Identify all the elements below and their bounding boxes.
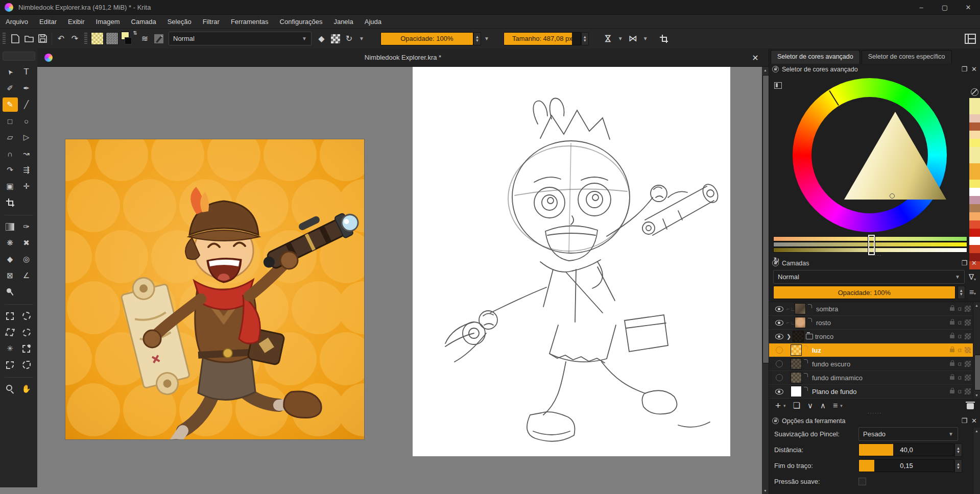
menu-configuracoes[interactable]: Configurações	[274, 16, 328, 28]
history-color-swatch[interactable]	[969, 147, 980, 155]
tool-contiguous-selection[interactable]: ✳	[3, 341, 18, 356]
history-color-swatch[interactable]	[969, 131, 980, 139]
delete-layer-button[interactable]	[967, 402, 974, 409]
chevron-down-icon[interactable]: ▾	[840, 403, 843, 408]
docker-resize-handle[interactable]: ······	[769, 411, 980, 415]
tool-edit-shapes[interactable]: ✐	[3, 81, 18, 95]
layer-properties-button[interactable]: ≡	[833, 401, 838, 410]
layer-row-fundo-escuro[interactable]: fundo escuro α	[769, 357, 980, 371]
layer-thumbnail[interactable]	[795, 303, 806, 314]
alpha-icon[interactable]: α	[958, 361, 962, 366]
tab-specific-color-selector[interactable]: Seletor de cores específico	[862, 50, 952, 64]
tool-elliptical-selection[interactable]	[19, 309, 34, 323]
tool-freehand-selection[interactable]	[19, 325, 34, 339]
selector-settings-icon[interactable]	[774, 82, 782, 89]
inherit-alpha-icon[interactable]	[965, 319, 971, 326]
maximize-button[interactable]: ▢	[933, 0, 957, 14]
smoothing-select[interactable]: Pesado ▼	[858, 427, 958, 441]
tool-crop[interactable]	[3, 195, 18, 210]
float-docker-icon[interactable]: ❐	[961, 260, 967, 267]
history-color-swatch[interactable]	[969, 237, 980, 245]
docker-lock-icon[interactable]	[772, 260, 779, 266]
visibility-off-icon[interactable]	[776, 360, 783, 367]
scroll-down-icon[interactable]: ▼	[973, 392, 980, 399]
chevron-down-icon[interactable]: ▼	[640, 36, 651, 41]
tool-polygonal-selection[interactable]	[3, 325, 18, 339]
visibility-on-icon[interactable]	[775, 334, 783, 339]
lock-icon[interactable]	[950, 362, 954, 366]
tool-text[interactable]: T	[19, 65, 34, 79]
close-button[interactable]: ✕	[957, 0, 980, 14]
tool-freehand-path[interactable]: ↝	[19, 146, 34, 161]
layer-row-tronco[interactable]: ❯ tronco α	[769, 330, 980, 343]
inherit-alpha-icon[interactable]	[965, 388, 971, 394]
layer-list-scrollbar[interactable]: ▲ ▼	[973, 302, 980, 399]
chevron-down-icon[interactable]: ▼	[356, 36, 367, 41]
menu-filtrar[interactable]: Filtrar	[197, 16, 225, 28]
docker-lock-icon[interactable]	[772, 417, 779, 424]
gradient-chooser-button[interactable]	[91, 32, 104, 45]
alpha-icon[interactable]: α	[958, 306, 962, 311]
tool-select-shapes[interactable]: ➤	[3, 65, 18, 79]
inherit-alpha-icon[interactable]	[965, 306, 971, 312]
lock-icon[interactable]	[950, 390, 954, 393]
brush-size-slider[interactable]: Tamanho: 487,08 px	[504, 32, 581, 45]
tool-polyline[interactable]: ▷	[19, 130, 34, 144]
history-color-swatch[interactable]	[969, 171, 980, 180]
menu-ajuda[interactable]: Ajuda	[359, 16, 387, 28]
float-docker-icon[interactable]: ❐	[961, 417, 967, 425]
layer-row-sombra[interactable]: ⌐∟ sombra α	[769, 302, 980, 316]
tool-bezier-curve[interactable]: ∩	[3, 146, 18, 161]
tool-rectangular-selection[interactable]	[3, 309, 18, 323]
menu-camada[interactable]: Camada	[126, 16, 162, 28]
add-layer-button[interactable]: +	[775, 401, 781, 410]
foreground-background-colors[interactable]: ⇅	[121, 32, 136, 45]
layer-blending-mode-select[interactable]: Normal ▼	[773, 270, 965, 284]
mirror-horizontal-button[interactable]: ⋈	[601, 32, 615, 45]
duplicate-layer-button[interactable]: ❏	[793, 401, 800, 410]
layer-thumbnail[interactable]	[795, 317, 806, 328]
drawing-canvas[interactable]	[413, 67, 730, 456]
layer-row-fundo-dimnamico[interactable]: fundo dimnamico α	[769, 371, 980, 385]
tool-options-scrollbar[interactable]: ▲	[973, 428, 980, 494]
tool-calligraphy[interactable]: ✒	[19, 81, 34, 95]
lock-icon[interactable]	[950, 307, 954, 311]
tool-gradient[interactable]	[3, 219, 18, 234]
distance-spinbox[interactable]: ▲▼	[954, 443, 962, 457]
layer-thumbnail[interactable]	[791, 372, 802, 383]
scroll-down-icon[interactable]: ▼	[762, 487, 769, 494]
hsv-sliders[interactable]	[773, 236, 967, 253]
color-history-strip[interactable]	[969, 88, 980, 269]
minimize-button[interactable]: –	[910, 0, 933, 14]
menu-arquivo[interactable]: Arquivo	[0, 16, 34, 28]
move-layer-down-button[interactable]: ∨	[807, 401, 813, 410]
menu-exibir[interactable]: Exibir	[62, 16, 90, 28]
layer-row-rosto[interactable]: ⌐∟ rosto α	[769, 316, 980, 330]
canvas-vertical-scrollbar[interactable]: ▲ ▼	[762, 67, 769, 494]
history-color-swatch[interactable]	[969, 212, 980, 220]
layer-thumbnail[interactable]	[791, 386, 802, 397]
chevron-down-icon[interactable]: ▼	[481, 36, 492, 41]
history-color-swatch[interactable]	[969, 114, 980, 122]
chevron-down-icon[interactable]: ▾	[783, 403, 786, 408]
menu-editar[interactable]: Editar	[34, 16, 62, 28]
history-color-swatch[interactable]	[969, 139, 980, 147]
menu-janela[interactable]: Janela	[328, 16, 358, 28]
menu-selecao[interactable]: Seleção	[162, 16, 197, 28]
scrollbar-thumb[interactable]	[762, 75, 769, 363]
tool-assistants[interactable]: ⊠	[3, 268, 18, 283]
background-color-swatch[interactable]	[125, 37, 132, 44]
history-color-swatch[interactable]	[969, 122, 980, 131]
slider-handle[interactable]	[868, 235, 875, 255]
eraser-mode-button[interactable]: ◆	[315, 32, 328, 45]
layer-row-plano-de-fundo[interactable]: Plano de fundo α	[769, 385, 980, 399]
toolbar-grip[interactable]	[3, 33, 6, 45]
opacity-spinbox[interactable]: ▲▼	[473, 32, 481, 45]
workspace-chooser-button[interactable]	[965, 34, 976, 44]
visibility-on-icon[interactable]	[775, 306, 783, 312]
tool-magnetic-selection[interactable]	[19, 358, 34, 372]
layer-filter-icon[interactable]: ∇▾	[969, 273, 976, 282]
tool-dynamic-brush[interactable]: ↷	[3, 163, 18, 177]
trim-image-button[interactable]	[657, 32, 671, 45]
history-color-swatch[interactable]	[969, 204, 980, 212]
